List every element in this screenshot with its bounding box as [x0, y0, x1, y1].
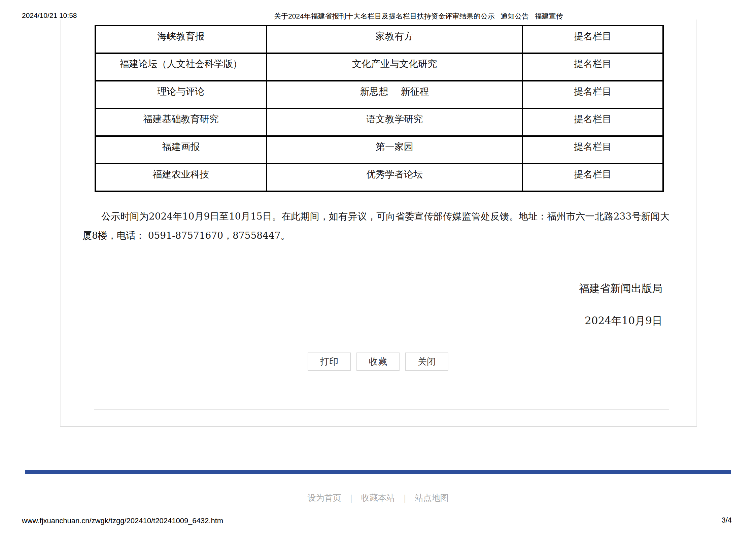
footer-separator: ｜: [347, 493, 355, 502]
table-row: 福建画报 第一家园 提名栏目: [95, 136, 663, 164]
table-cell-publication: 福建画报: [95, 136, 267, 164]
table-cell-publication: 福建论坛（人文社会科学版）: [95, 53, 267, 81]
print-footer-url: www.fjxuanchuan.cn/zwgk/tzgg/202410/t202…: [22, 516, 223, 525]
footer-link-sitemap[interactable]: 站点地图: [415, 493, 449, 502]
print-footer-page-number: 3/4: [721, 516, 732, 525]
table-cell-column: 家教有方: [267, 26, 522, 53]
table-row: 福建农业科技 优秀学者论坛 提名栏目: [95, 164, 663, 191]
footer-separator: ｜: [401, 493, 409, 502]
table-cell-award: 提名栏目: [522, 81, 663, 108]
table-row: 福建基础教育研究 语文教学研究 提名栏目: [95, 108, 663, 136]
site-footer: 设为首页｜收藏本站｜站点地图: [0, 492, 756, 503]
actions-row: 打印 收藏 关闭: [0, 353, 756, 371]
table-cell-publication: 福建农业科技: [95, 164, 267, 191]
table-cell-publication: 海峡教育报: [95, 26, 267, 53]
table-cell-column: 语文教学研究: [267, 108, 522, 136]
print-button[interactable]: 打印: [308, 353, 351, 371]
footer-link-bookmark-site[interactable]: 收藏本站: [361, 493, 395, 502]
table-cell-column: 新思想 新征程: [267, 81, 522, 108]
signature-organization: 福建省新闻出版局: [82, 281, 662, 296]
table-row: 福建论坛（人文社会科学版） 文化产业与文化研究 提名栏目: [95, 53, 663, 81]
table-cell-column: 第一家园: [267, 136, 522, 164]
table-cell-column: 优秀学者论坛: [267, 164, 522, 191]
favorite-button[interactable]: 收藏: [356, 353, 400, 371]
content-divider: [94, 409, 669, 410]
table-cell-award: 提名栏目: [522, 164, 663, 191]
print-datetime: 2024/10/21 10:58: [22, 11, 77, 20]
table-cell-column: 文化产业与文化研究: [267, 53, 522, 81]
table-cell-award: 提名栏目: [522, 108, 663, 136]
footer-link-set-homepage[interactable]: 设为首页: [307, 493, 341, 502]
close-button[interactable]: 关闭: [405, 353, 448, 371]
table-row: 海峡教育报 家教有方 提名栏目: [95, 26, 663, 53]
table-cell-award: 提名栏目: [522, 26, 663, 53]
notice-paragraph: 公示时间为2024年10月9日至10月15日。在此期间，如有异议，可向省委宣传部…: [82, 207, 669, 245]
table-row: 理论与评论 新思想 新征程 提名栏目: [95, 81, 663, 108]
table-cell-publication: 理论与评论: [95, 81, 267, 108]
table-cell-award: 提名栏目: [522, 136, 663, 164]
signature-date: 2024年10月9日: [82, 314, 662, 328]
accent-bar: [25, 470, 731, 474]
table-cell-award: 提名栏目: [522, 53, 663, 81]
award-results-table: 海峡教育报 家教有方 提名栏目 福建论坛（人文社会科学版） 文化产业与文化研究 …: [95, 25, 664, 192]
table-cell-publication: 福建基础教育研究: [95, 108, 267, 136]
